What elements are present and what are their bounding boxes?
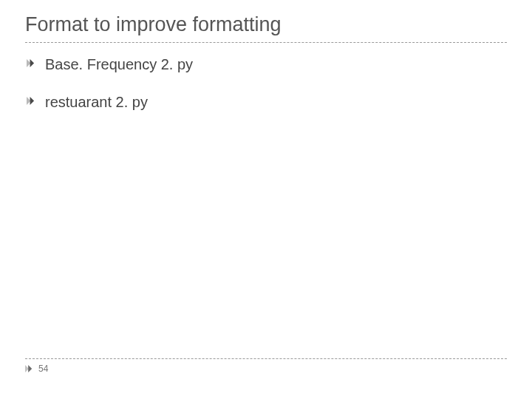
title-area: Format to improve formatting bbox=[25, 13, 507, 43]
bullet-arrow-icon bbox=[27, 97, 35, 105]
bullet-text: Base. Frequency 2. py bbox=[45, 56, 193, 73]
bullet-list: Base. Frequency 2. py restuarant 2. py bbox=[25, 56, 507, 111]
slide-title: Format to improve formatting bbox=[25, 13, 507, 36]
bullet-arrow-icon bbox=[27, 59, 35, 67]
footer-arrow-icon bbox=[25, 365, 33, 372]
page-number: 54 bbox=[38, 364, 48, 374]
list-item: restuarant 2. py bbox=[27, 94, 507, 111]
slide: Format to improve formatting Base. Frequ… bbox=[0, 0, 532, 399]
bullet-text: restuarant 2. py bbox=[45, 94, 148, 111]
list-item: Base. Frequency 2. py bbox=[27, 56, 507, 73]
footer: 54 bbox=[25, 358, 507, 374]
